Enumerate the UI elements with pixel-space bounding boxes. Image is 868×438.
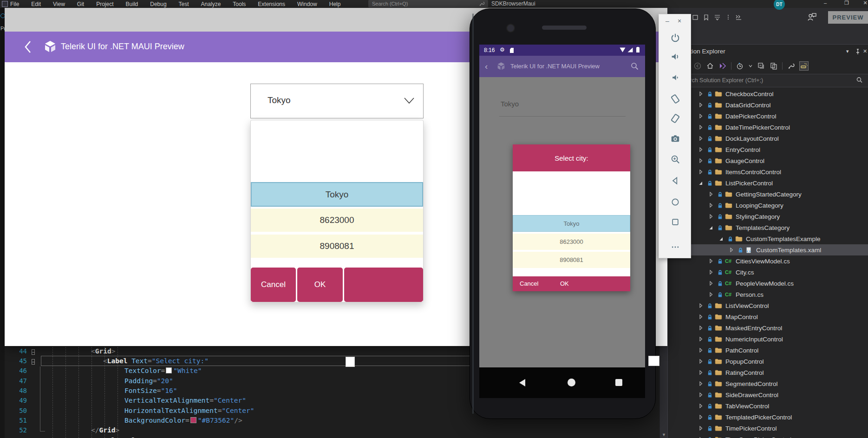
menu-view[interactable]: View bbox=[53, 1, 65, 7]
nav-home-button[interactable] bbox=[568, 379, 575, 386]
quick-search-box[interactable]: Search (Ctrl+Q) bbox=[368, 0, 488, 7]
camera-icon[interactable] bbox=[670, 133, 681, 144]
tree-item-templatescategory[interactable]: TemplatesCategory bbox=[668, 222, 868, 233]
collapsed-arrow-icon[interactable] bbox=[698, 147, 704, 152]
switch-views-icon[interactable] bbox=[718, 62, 727, 70]
menu-extensions[interactable]: Extensions bbox=[258, 1, 285, 7]
expanded-arrow-icon[interactable] bbox=[709, 225, 714, 230]
bookmark-icon[interactable] bbox=[703, 14, 710, 21]
ok-button[interactable]: OK bbox=[560, 280, 569, 287]
tree-item-timespanpickercontrol[interactable]: TimeSpanPickerControl bbox=[668, 434, 868, 438]
nav-back-button[interactable] bbox=[519, 379, 525, 386]
tree-item-timepickercontrol[interactable]: TimePickerControl bbox=[668, 423, 868, 434]
rotate-right-icon[interactable] bbox=[670, 113, 681, 124]
back-icon[interactable]: ‹ bbox=[485, 61, 488, 72]
menu-debug[interactable]: Debug bbox=[150, 1, 166, 7]
menu-window[interactable]: Window bbox=[297, 1, 317, 7]
tree-item-docklayoutcontrol[interactable]: DockLayoutControl bbox=[668, 133, 868, 144]
collapsed-arrow-icon[interactable] bbox=[709, 203, 714, 208]
phone-picker-value[interactable]: Tokyo bbox=[501, 100, 519, 108]
close-button[interactable]: × bbox=[678, 17, 681, 25]
collapsed-arrow-icon[interactable] bbox=[698, 370, 704, 375]
tree-item-city-cs[interactable]: C#City.cs bbox=[668, 267, 868, 278]
restore-button[interactable]: ❐ bbox=[840, 0, 854, 6]
menu-project[interactable]: Project bbox=[96, 1, 113, 7]
rotate-left-icon[interactable] bbox=[670, 93, 681, 105]
collapsed-arrow-icon[interactable] bbox=[709, 258, 714, 264]
tree-item-mapcontrol[interactable]: MapControl bbox=[668, 311, 868, 322]
tree-item-ratingcontrol[interactable]: RatingControl bbox=[668, 367, 868, 378]
tree-item-stylingcategory[interactable]: StylingCategory bbox=[668, 211, 868, 222]
collapsed-arrow-icon[interactable] bbox=[698, 403, 704, 409]
collapsed-arrow-icon[interactable] bbox=[698, 325, 704, 331]
collapsed-arrow-icon[interactable] bbox=[698, 124, 704, 130]
tree-item-pathcontrol[interactable]: PathControl bbox=[668, 345, 868, 356]
expanded-arrow-icon[interactable] bbox=[719, 236, 724, 242]
tree-item-customtemplates-xaml[interactable]: CustomTemplates.xaml bbox=[668, 244, 868, 255]
tree-item-datepickercontrol[interactable]: DatePickerControl bbox=[668, 111, 868, 122]
collapsed-arrow-icon[interactable] bbox=[698, 381, 704, 386]
collapsed-arrow-icon[interactable] bbox=[698, 347, 704, 353]
menu-file[interactable]: File bbox=[10, 1, 19, 7]
back-icon[interactable] bbox=[693, 62, 702, 70]
minimize-button[interactable]: – bbox=[666, 17, 669, 25]
collapsed-arrow-icon[interactable] bbox=[709, 281, 714, 286]
tree-item-sidedrawercontrol[interactable]: SideDrawerControl bbox=[668, 389, 868, 400]
preview-button[interactable]: PREVIEW bbox=[828, 11, 868, 24]
tree-item-listpickercontrol[interactable]: ListPickerControl bbox=[668, 177, 868, 189]
collapsed-arrow-icon[interactable] bbox=[698, 314, 704, 320]
collapsed-arrow-icon[interactable] bbox=[698, 414, 704, 420]
back-icon[interactable] bbox=[670, 175, 681, 186]
tree-item-tabviewcontrol[interactable]: TabViewControl bbox=[668, 400, 868, 412]
fold-collapse-icon[interactable]: − bbox=[32, 357, 42, 365]
collapsed-arrow-icon[interactable] bbox=[698, 359, 704, 364]
collapsed-arrow-icon[interactable] bbox=[698, 303, 704, 308]
cancel-button[interactable]: Cancel bbox=[520, 280, 538, 287]
ok-button[interactable]: OK bbox=[297, 268, 343, 302]
collapsed-arrow-icon[interactable] bbox=[698, 158, 704, 163]
collapsed-arrow-icon[interactable] bbox=[729, 247, 735, 253]
expanded-arrow-icon[interactable] bbox=[698, 180, 704, 186]
tree-item-entrycontrol[interactable]: EntryControl bbox=[668, 144, 868, 155]
tree-item-maskedentrycontrol[interactable]: MaskedEntryControl bbox=[668, 322, 868, 333]
collapsed-arrow-icon[interactable] bbox=[709, 214, 714, 219]
tree-item-peopleviewmodel-cs[interactable]: C#PeopleViewModel.cs bbox=[668, 278, 868, 289]
picker-item-8908081[interactable]: 8908081 bbox=[251, 235, 423, 258]
code-line-53[interactable]: 53</ControlTemplate> bbox=[5, 435, 667, 438]
zoom-in-icon[interactable] bbox=[670, 154, 681, 165]
tree-item-customtemplatesexample[interactable]: CustomTemplatesExample bbox=[668, 233, 868, 244]
chevron-down-icon[interactable] bbox=[748, 62, 753, 70]
tree-item-citiesviewmodel-cs[interactable]: C#CitiesViewModel.cs bbox=[668, 255, 868, 267]
tree-item-gettingstartedcategory[interactable]: GettingStartedCategory bbox=[668, 189, 868, 200]
dots-column-icon[interactable] bbox=[725, 14, 732, 21]
menu-git[interactable]: Git bbox=[77, 1, 84, 7]
tree-item-segmentedcontrol[interactable]: SegmentedControl bbox=[668, 378, 868, 389]
menu-edit[interactable]: Edit bbox=[31, 1, 41, 7]
tree-item-itemscontrolcontrol[interactable]: ItemsControlControl bbox=[668, 166, 868, 177]
menu-help[interactable]: Help bbox=[329, 1, 341, 7]
step-lines-icon[interactable] bbox=[735, 14, 743, 21]
city-dropdown[interactable]: Tokyo bbox=[250, 84, 424, 118]
tree-item-templatedpickercontrol[interactable]: TemplatedPickerControl bbox=[668, 412, 868, 423]
pin-icon[interactable] bbox=[855, 49, 861, 55]
picker-item-8623000[interactable]: 8623000 bbox=[251, 209, 423, 232]
tree-item-gaugecontrol[interactable]: GaugeControl bbox=[668, 155, 868, 166]
minimize-button[interactable]: – bbox=[818, 0, 832, 6]
volume-down-icon[interactable] bbox=[670, 72, 681, 83]
home-icon[interactable] bbox=[670, 196, 681, 208]
collapsed-arrow-icon[interactable] bbox=[698, 336, 704, 342]
collapsed-arrow-icon[interactable] bbox=[698, 91, 704, 97]
properties-wrench-icon[interactable] bbox=[787, 62, 795, 70]
tree-item-popupcontrol[interactable]: PopupControl bbox=[668, 356, 868, 367]
power-icon[interactable] bbox=[670, 32, 681, 43]
close-button[interactable]: ✕ bbox=[858, 0, 868, 6]
menu-build[interactable]: Build bbox=[126, 1, 138, 7]
nav-overview-button[interactable] bbox=[615, 379, 622, 386]
collapse-definitions-icon[interactable] bbox=[714, 14, 721, 21]
solution-explorer-search[interactable]: Search Solution Explorer (Ctrl+;) bbox=[668, 74, 868, 87]
collapsed-arrow-icon[interactable] bbox=[698, 136, 704, 141]
tree-item-checkboxcontrol[interactable]: CheckboxControl bbox=[668, 88, 868, 99]
scroll-down-icon[interactable]: ▼ bbox=[662, 432, 666, 437]
code-line-52[interactable]: 52</Grid> bbox=[5, 425, 667, 435]
tree-item-listviewcontrol[interactable]: ListViewControl bbox=[668, 300, 868, 311]
